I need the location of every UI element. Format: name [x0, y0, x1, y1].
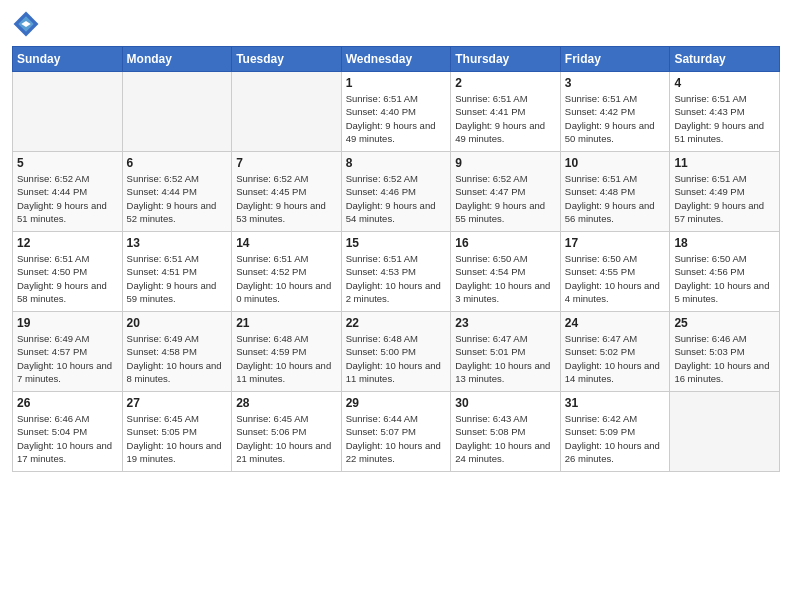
day-number: 3: [565, 76, 666, 90]
calendar-cell: 29Sunrise: 6:44 AMSunset: 5:07 PMDayligh…: [341, 392, 451, 472]
day-number: 5: [17, 156, 118, 170]
day-number: 28: [236, 396, 337, 410]
day-number: 11: [674, 156, 775, 170]
calendar-cell: 27Sunrise: 6:45 AMSunset: 5:05 PMDayligh…: [122, 392, 232, 472]
day-info: Sunrise: 6:52 AMSunset: 4:47 PMDaylight:…: [455, 172, 556, 225]
calendar-cell: 11Sunrise: 6:51 AMSunset: 4:49 PMDayligh…: [670, 152, 780, 232]
calendar-week-row: 5Sunrise: 6:52 AMSunset: 4:44 PMDaylight…: [13, 152, 780, 232]
calendar-cell: 4Sunrise: 6:51 AMSunset: 4:43 PMDaylight…: [670, 72, 780, 152]
day-info: Sunrise: 6:44 AMSunset: 5:07 PMDaylight:…: [346, 412, 447, 465]
day-info: Sunrise: 6:47 AMSunset: 5:02 PMDaylight:…: [565, 332, 666, 385]
day-info: Sunrise: 6:45 AMSunset: 5:06 PMDaylight:…: [236, 412, 337, 465]
calendar-cell: [232, 72, 342, 152]
calendar-day-header: Wednesday: [341, 47, 451, 72]
calendar-week-row: 1Sunrise: 6:51 AMSunset: 4:40 PMDaylight…: [13, 72, 780, 152]
day-number: 13: [127, 236, 228, 250]
day-info: Sunrise: 6:47 AMSunset: 5:01 PMDaylight:…: [455, 332, 556, 385]
calendar-table: SundayMondayTuesdayWednesdayThursdayFrid…: [12, 46, 780, 472]
calendar-cell: 23Sunrise: 6:47 AMSunset: 5:01 PMDayligh…: [451, 312, 561, 392]
day-number: 15: [346, 236, 447, 250]
day-number: 2: [455, 76, 556, 90]
day-info: Sunrise: 6:51 AMSunset: 4:52 PMDaylight:…: [236, 252, 337, 305]
calendar-cell: 16Sunrise: 6:50 AMSunset: 4:54 PMDayligh…: [451, 232, 561, 312]
day-number: 29: [346, 396, 447, 410]
calendar-cell: 31Sunrise: 6:42 AMSunset: 5:09 PMDayligh…: [560, 392, 670, 472]
calendar-day-header: Monday: [122, 47, 232, 72]
day-info: Sunrise: 6:42 AMSunset: 5:09 PMDaylight:…: [565, 412, 666, 465]
header: [12, 10, 780, 38]
day-number: 18: [674, 236, 775, 250]
day-info: Sunrise: 6:52 AMSunset: 4:46 PMDaylight:…: [346, 172, 447, 225]
calendar-cell: 8Sunrise: 6:52 AMSunset: 4:46 PMDaylight…: [341, 152, 451, 232]
day-number: 24: [565, 316, 666, 330]
calendar-cell: 13Sunrise: 6:51 AMSunset: 4:51 PMDayligh…: [122, 232, 232, 312]
calendar-cell: 14Sunrise: 6:51 AMSunset: 4:52 PMDayligh…: [232, 232, 342, 312]
calendar-day-header: Tuesday: [232, 47, 342, 72]
day-number: 31: [565, 396, 666, 410]
calendar-cell: 18Sunrise: 6:50 AMSunset: 4:56 PMDayligh…: [670, 232, 780, 312]
day-info: Sunrise: 6:49 AMSunset: 4:58 PMDaylight:…: [127, 332, 228, 385]
day-info: Sunrise: 6:51 AMSunset: 4:40 PMDaylight:…: [346, 92, 447, 145]
day-info: Sunrise: 6:49 AMSunset: 4:57 PMDaylight:…: [17, 332, 118, 385]
calendar-cell: 26Sunrise: 6:46 AMSunset: 5:04 PMDayligh…: [13, 392, 123, 472]
day-info: Sunrise: 6:51 AMSunset: 4:43 PMDaylight:…: [674, 92, 775, 145]
day-number: 27: [127, 396, 228, 410]
calendar-day-header: Sunday: [13, 47, 123, 72]
calendar-week-row: 19Sunrise: 6:49 AMSunset: 4:57 PMDayligh…: [13, 312, 780, 392]
calendar-cell: 24Sunrise: 6:47 AMSunset: 5:02 PMDayligh…: [560, 312, 670, 392]
day-info: Sunrise: 6:48 AMSunset: 4:59 PMDaylight:…: [236, 332, 337, 385]
day-info: Sunrise: 6:52 AMSunset: 4:44 PMDaylight:…: [127, 172, 228, 225]
day-number: 12: [17, 236, 118, 250]
calendar-cell: [122, 72, 232, 152]
page: SundayMondayTuesdayWednesdayThursdayFrid…: [0, 0, 792, 612]
day-info: Sunrise: 6:50 AMSunset: 4:55 PMDaylight:…: [565, 252, 666, 305]
day-number: 21: [236, 316, 337, 330]
day-info: Sunrise: 6:51 AMSunset: 4:49 PMDaylight:…: [674, 172, 775, 225]
calendar-cell: 5Sunrise: 6:52 AMSunset: 4:44 PMDaylight…: [13, 152, 123, 232]
logo-icon: [12, 10, 40, 38]
day-number: 26: [17, 396, 118, 410]
day-number: 8: [346, 156, 447, 170]
day-number: 10: [565, 156, 666, 170]
day-info: Sunrise: 6:50 AMSunset: 4:54 PMDaylight:…: [455, 252, 556, 305]
logo: [12, 10, 44, 38]
day-number: 19: [17, 316, 118, 330]
day-info: Sunrise: 6:45 AMSunset: 5:05 PMDaylight:…: [127, 412, 228, 465]
calendar-day-header: Thursday: [451, 47, 561, 72]
calendar-week-row: 26Sunrise: 6:46 AMSunset: 5:04 PMDayligh…: [13, 392, 780, 472]
calendar-cell: 22Sunrise: 6:48 AMSunset: 5:00 PMDayligh…: [341, 312, 451, 392]
calendar-cell: 20Sunrise: 6:49 AMSunset: 4:58 PMDayligh…: [122, 312, 232, 392]
day-info: Sunrise: 6:51 AMSunset: 4:48 PMDaylight:…: [565, 172, 666, 225]
day-info: Sunrise: 6:52 AMSunset: 4:45 PMDaylight:…: [236, 172, 337, 225]
calendar-cell: 21Sunrise: 6:48 AMSunset: 4:59 PMDayligh…: [232, 312, 342, 392]
calendar-cell: 2Sunrise: 6:51 AMSunset: 4:41 PMDaylight…: [451, 72, 561, 152]
day-number: 17: [565, 236, 666, 250]
calendar-day-header: Friday: [560, 47, 670, 72]
calendar-cell: 19Sunrise: 6:49 AMSunset: 4:57 PMDayligh…: [13, 312, 123, 392]
calendar-cell: 15Sunrise: 6:51 AMSunset: 4:53 PMDayligh…: [341, 232, 451, 312]
day-info: Sunrise: 6:51 AMSunset: 4:42 PMDaylight:…: [565, 92, 666, 145]
day-number: 1: [346, 76, 447, 90]
day-number: 4: [674, 76, 775, 90]
day-number: 22: [346, 316, 447, 330]
day-number: 14: [236, 236, 337, 250]
day-info: Sunrise: 6:51 AMSunset: 4:41 PMDaylight:…: [455, 92, 556, 145]
calendar-cell: 30Sunrise: 6:43 AMSunset: 5:08 PMDayligh…: [451, 392, 561, 472]
day-info: Sunrise: 6:48 AMSunset: 5:00 PMDaylight:…: [346, 332, 447, 385]
calendar-cell: 12Sunrise: 6:51 AMSunset: 4:50 PMDayligh…: [13, 232, 123, 312]
calendar-cell: 10Sunrise: 6:51 AMSunset: 4:48 PMDayligh…: [560, 152, 670, 232]
calendar-cell: 28Sunrise: 6:45 AMSunset: 5:06 PMDayligh…: [232, 392, 342, 472]
day-info: Sunrise: 6:46 AMSunset: 5:04 PMDaylight:…: [17, 412, 118, 465]
calendar-cell: 25Sunrise: 6:46 AMSunset: 5:03 PMDayligh…: [670, 312, 780, 392]
calendar-week-row: 12Sunrise: 6:51 AMSunset: 4:50 PMDayligh…: [13, 232, 780, 312]
calendar-cell: 7Sunrise: 6:52 AMSunset: 4:45 PMDaylight…: [232, 152, 342, 232]
day-number: 9: [455, 156, 556, 170]
calendar-cell: [13, 72, 123, 152]
day-number: 20: [127, 316, 228, 330]
calendar-cell: 17Sunrise: 6:50 AMSunset: 4:55 PMDayligh…: [560, 232, 670, 312]
calendar-day-header: Saturday: [670, 47, 780, 72]
day-info: Sunrise: 6:46 AMSunset: 5:03 PMDaylight:…: [674, 332, 775, 385]
day-number: 7: [236, 156, 337, 170]
day-info: Sunrise: 6:43 AMSunset: 5:08 PMDaylight:…: [455, 412, 556, 465]
day-number: 16: [455, 236, 556, 250]
